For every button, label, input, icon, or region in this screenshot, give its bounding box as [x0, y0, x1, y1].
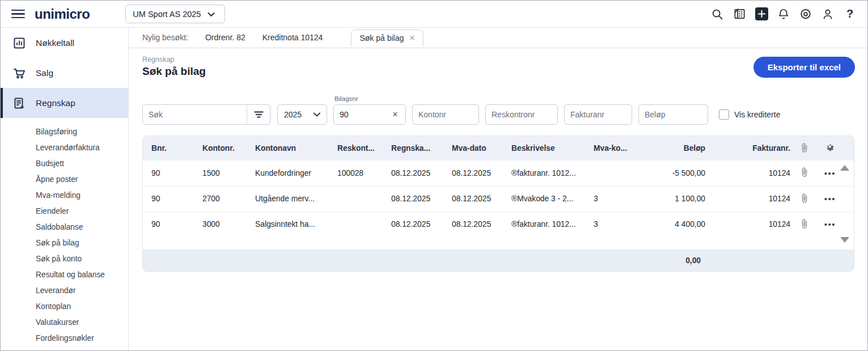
cell-bnr[interactable]: 90 [143, 186, 196, 212]
clear-icon[interactable]: × [386, 109, 404, 120]
year-select[interactable]: 2025 [277, 104, 327, 125]
cell-reskontro[interactable]: 100028 [331, 160, 384, 186]
sidebar-item-mva-melding[interactable]: Mva-melding [1, 187, 128, 203]
cell-mva-dato: 08.12.2025 [445, 212, 505, 237]
bar-chart-icon [12, 36, 26, 50]
cell-reskontro [331, 212, 384, 237]
sidebar-item-leverandorfaktura[interactable]: Leverandørfaktura [1, 139, 128, 155]
cell-kontonr[interactable]: 1500 [196, 160, 248, 186]
cell-bnr[interactable]: 90 [143, 160, 196, 186]
help-icon[interactable]: ? [842, 7, 857, 22]
table-sum-row: 0,00 [143, 249, 854, 271]
company-building-icon[interactable] [732, 7, 747, 22]
table-row[interactable]: 90 3000 Salgsinntekt ha... 08.12.2025 08… [143, 212, 854, 237]
col-header-bnr[interactable]: Bnr. [143, 136, 196, 160]
row-menu-icon[interactable]: ••• [824, 168, 836, 178]
cell-fakturanr: 10124 [710, 160, 795, 186]
settings-gear-icon[interactable] [798, 7, 813, 22]
row-menu-icon[interactable]: ••• [824, 194, 836, 204]
sidebar-item-apne-poster[interactable]: Åpne poster [1, 171, 128, 187]
fakturanr-input[interactable] [565, 105, 632, 124]
cell-mva-kode [587, 160, 632, 186]
paperclip-icon[interactable] [801, 193, 808, 205]
sidebar-item-eiendeler[interactable]: Eiendeler [1, 203, 128, 219]
col-header-kontonr[interactable]: Kontonr. [196, 136, 248, 160]
reskontronr-input[interactable] [486, 105, 557, 124]
company-selector[interactable]: UM Sport AS 2025 [125, 5, 225, 23]
cell-regnskapsdato: 08.12.2025 [384, 212, 445, 237]
bilagsnr-field-group: Bilagsnr × [333, 104, 406, 125]
col-header-attachment[interactable] [795, 136, 814, 160]
add-icon[interactable] [754, 7, 769, 22]
sidebar-item-bilagsforing[interactable]: Bilagsføring [1, 124, 128, 139]
cell-beskrivelse: ®Mvakode 3 - 2... [505, 186, 587, 212]
kontonr-input[interactable] [413, 105, 479, 124]
sidebar-item-sok-pa-bilag[interactable]: Søk på bilag [1, 235, 128, 251]
recent-label: Nylig besøkt: [142, 33, 188, 42]
col-header-fakturanr[interactable]: Fakturanr. [710, 136, 795, 160]
hamburger-menu-icon[interactable] [11, 7, 25, 21]
recent-tab-ordrenr[interactable]: Ordrenr. 82 [205, 33, 245, 42]
sidebar-item-label: Nøkkeltall [36, 38, 74, 48]
topbar: unimicro UM Sport AS 2025 [1, 1, 867, 28]
row-menu-icon[interactable]: ••• [824, 219, 836, 229]
scroll-down-icon[interactable] [840, 237, 849, 243]
cell-bnr[interactable]: 90 [143, 212, 196, 237]
sidebar-item-regnskap[interactable]: Regnskap [1, 88, 128, 118]
col-header-beskrivelse[interactable]: Beskrivelse [505, 136, 587, 160]
col-header-mva-dato[interactable]: Mva-dato [445, 136, 505, 160]
sidebar-item-kontoplan[interactable]: Kontoplan [1, 298, 128, 314]
active-tab-sok-pa-bilag[interactable]: Søk på bilag × [351, 29, 423, 46]
search-field-group [142, 104, 270, 125]
export-to-excel-button[interactable]: Eksporter til excel [753, 57, 855, 78]
sidebar-item-saldobalanse[interactable]: Saldobalanse [1, 219, 128, 235]
cell-belop: 1 100,00 [632, 186, 710, 212]
col-settings[interactable] [814, 136, 846, 160]
cell-kontonavn: Kundefordringer [248, 160, 331, 186]
sidebar-item-nokkeltall[interactable]: Nøkkeltall [1, 28, 128, 58]
col-header-kontonavn[interactable]: Kontonavn [248, 136, 331, 160]
breadcrumb: Regnskap [142, 56, 174, 64]
cell-kontonavn: Utgående merv... [248, 186, 331, 212]
fakturanr-field [564, 104, 632, 125]
cell-regnskapsdato: 08.12.2025 [384, 160, 445, 186]
paperclip-icon[interactable] [801, 167, 808, 179]
cell-mva-kode: 3 [587, 212, 632, 237]
sidebar-item-salg[interactable]: Salg [1, 58, 128, 88]
gear-icon [825, 143, 835, 154]
recent-tab-kreditnota[interactable]: Kreditnota 10124 [262, 33, 323, 42]
col-header-belop[interactable]: Beløp [632, 136, 710, 160]
sidebar-item-resultat-og-balanse[interactable]: Resultat og balanse [1, 267, 128, 282]
sidebar-item-fordelingsnokler[interactable]: Fordelingsnøkler [1, 330, 128, 346]
cell-kontonr[interactable]: 2700 [196, 186, 248, 212]
bilagsnr-input[interactable] [334, 105, 386, 124]
close-icon[interactable]: × [409, 33, 414, 43]
reskontronr-field [485, 104, 558, 125]
vis-krediterte-checkbox-group[interactable]: Vis krediterte [719, 104, 780, 125]
col-header-reskontro[interactable]: Reskont... [331, 136, 384, 160]
cell-reskontro [331, 186, 384, 212]
user-icon[interactable] [820, 7, 835, 22]
cell-kontonr[interactable]: 3000 [196, 212, 248, 237]
table-row[interactable]: 90 2700 Utgående merv... 08.12.2025 08.1… [143, 186, 854, 212]
sidebar-item-leverandor[interactable]: Leverandør [1, 282, 128, 298]
vis-krediterte-checkbox[interactable] [719, 109, 729, 120]
sidebar-item-sok-pa-konto[interactable]: Søk på konto [1, 251, 128, 267]
table-row[interactable]: 90 1500 Kundefordringer 100028 08.12.202… [143, 160, 854, 186]
cart-icon [12, 66, 26, 80]
sidebar-item-budsjett[interactable]: Budsjett [1, 155, 128, 171]
cell-beskrivelse: ®fakturanr. 1012... [505, 160, 587, 186]
cell-fakturanr: 10124 [710, 212, 795, 237]
cell-beskrivelse: ®fakturanr. 1012... [505, 212, 587, 237]
search-icon[interactable] [710, 7, 725, 22]
search-input[interactable] [143, 105, 247, 124]
sidebar-item-valutakurser[interactable]: Valutakurser [1, 314, 128, 330]
paperclip-icon[interactable] [801, 219, 808, 230]
filter-button[interactable] [247, 105, 270, 124]
cell-fakturanr: 10124 [710, 186, 795, 212]
col-header-regnskapsdato[interactable]: Regnska... [384, 136, 445, 160]
notifications-bell-icon[interactable] [776, 7, 791, 22]
scroll-up-icon[interactable] [840, 165, 849, 171]
col-header-mva-kode[interactable]: Mva-ko... [587, 136, 632, 160]
belop-input[interactable] [639, 105, 708, 124]
